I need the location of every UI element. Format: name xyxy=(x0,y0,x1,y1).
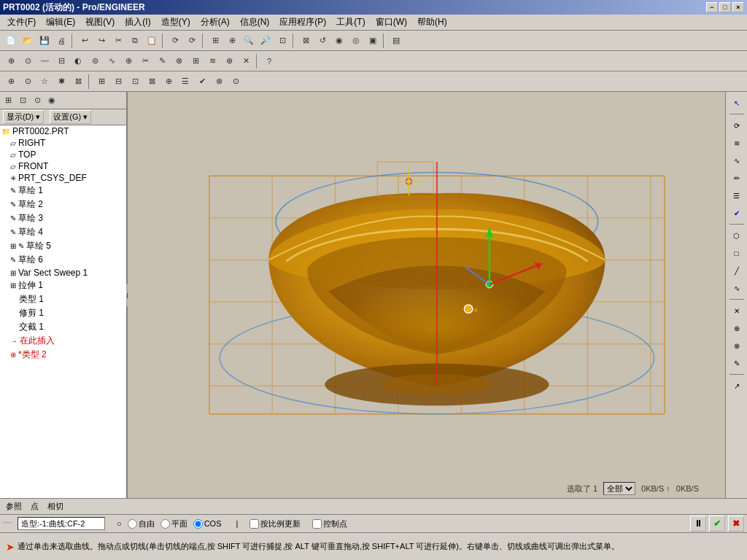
settings-dropdown[interactable]: 设置(G) ▾ xyxy=(50,110,91,124)
zoom-fit-btn[interactable]: ⊡ xyxy=(274,33,290,49)
style11-btn[interactable]: ⊗ xyxy=(171,53,187,69)
close-button[interactable]: × xyxy=(732,2,744,12)
style9-btn[interactable]: ✂ xyxy=(137,53,153,69)
undo-btn[interactable]: ↩ xyxy=(77,33,93,49)
model-tree[interactable]: 📁 PRT0002.PRT ▱ RIGHT ▱ TOP ▱ FRONT xyxy=(0,125,126,498)
hidden-btn[interactable]: ▣ xyxy=(365,33,381,49)
tree-item-type1[interactable]: 类型 1 xyxy=(0,292,126,306)
snap-btn[interactable]: ⊕ xyxy=(3,74,19,90)
view1-btn[interactable]: ⊞ xyxy=(207,33,223,49)
view2-btn[interactable]: ⊕ xyxy=(224,33,240,49)
menu-window[interactable]: 窗口(W) xyxy=(371,15,411,30)
style14-btn[interactable]: ⊕ xyxy=(221,53,237,69)
style4-btn[interactable]: ⊟ xyxy=(53,53,69,69)
menu-right-btn[interactable]: ☰ xyxy=(728,187,746,203)
snap3-btn[interactable]: ☆ xyxy=(36,74,53,90)
panel-icons3-btn[interactable]: ⊙ xyxy=(31,94,44,107)
style1-btn[interactable]: ⊕ xyxy=(3,53,19,69)
menu-tools[interactable]: 工具(T) xyxy=(332,15,369,30)
menu-apps[interactable]: 应用程序(P) xyxy=(275,15,330,30)
display7-btn[interactable]: ✔ xyxy=(194,74,210,90)
display2-btn[interactable]: ⊟ xyxy=(110,74,126,90)
menu-edit[interactable]: 编辑(E) xyxy=(42,15,80,30)
wire-btn[interactable]: ◎ xyxy=(348,33,364,49)
panel-icons4-btn[interactable]: ◉ xyxy=(45,94,58,107)
delpoint-btn[interactable]: ⊗ xyxy=(728,338,746,354)
tree-item-front[interactable]: ▱ FRONT xyxy=(0,160,126,172)
style10-btn[interactable]: ✎ xyxy=(154,53,170,69)
line-btn[interactable]: ╱ xyxy=(728,262,746,279)
panel-icons-btn[interactable]: ⊞ xyxy=(1,94,15,107)
display9-btn[interactable]: ⊙ xyxy=(228,74,244,90)
style12-btn[interactable]: ⊞ xyxy=(187,53,204,69)
tree-item-sketch2[interactable]: ✎ 草绘 2 xyxy=(0,198,126,211)
select-tool-btn[interactable]: ↖ xyxy=(728,95,746,111)
snap5-btn[interactable]: ⊠ xyxy=(70,74,86,90)
tree-root[interactable]: 📁 PRT0002.PRT xyxy=(0,125,126,137)
viewport[interactable]: × 选取了 1 全部 0KB/S ↑ 0KB/S xyxy=(128,92,725,498)
style3-btn[interactable]: 〰 xyxy=(36,53,53,69)
menu-info[interactable]: 信息(N) xyxy=(236,15,274,30)
paste-btn[interactable]: 📋 xyxy=(144,33,160,49)
radio-plane[interactable]: 平面 xyxy=(160,518,187,529)
tree-item-type2[interactable]: ⊕ *类型 2 xyxy=(0,348,126,362)
zoom-in-btn[interactable]: 🔍 xyxy=(241,33,257,49)
menu-view[interactable]: 视图(V) xyxy=(81,15,119,30)
snap4-btn[interactable]: ✱ xyxy=(53,74,69,90)
open-btn[interactable]: 📂 xyxy=(20,33,36,49)
tree-item-csys[interactable]: ✳ PRT_CSYS_DEF xyxy=(0,172,126,184)
tree-item-right[interactable]: ▱ RIGHT xyxy=(0,137,126,149)
cut-btn[interactable]: ✂ xyxy=(110,33,126,49)
display4-btn[interactable]: ⊠ xyxy=(144,74,160,90)
print-btn[interactable]: 🖨 xyxy=(53,33,69,49)
zoom-out-btn[interactable]: 🔎 xyxy=(258,33,274,49)
menu-help[interactable]: 帮助(H) xyxy=(413,15,452,30)
spin-btn[interactable]: ↺ xyxy=(314,33,330,49)
tree-item-sketch5[interactable]: ⊞ ✎ 草绘 5 xyxy=(0,239,126,253)
tree-item-sketch1[interactable]: ✎ 草绘 1 xyxy=(0,184,126,198)
shaded-btn[interactable]: ◉ xyxy=(331,33,347,49)
menu-model[interactable]: 造型(Y) xyxy=(157,15,195,30)
repaint-btn[interactable]: ⟳ xyxy=(728,117,746,133)
check-control[interactable]: 控制点 xyxy=(312,518,347,529)
edit-btn[interactable]: ✏ xyxy=(728,170,746,186)
menu-analysis[interactable]: 分析(A) xyxy=(196,15,234,30)
menu-insert[interactable]: 插入(I) xyxy=(120,15,155,30)
style13-btn[interactable]: ≋ xyxy=(204,53,220,69)
help-btn[interactable]: ? xyxy=(261,53,277,69)
panel-icons2-btn[interactable]: ⊡ xyxy=(16,94,29,107)
copy-btn[interactable]: ⧉ xyxy=(127,33,143,49)
regen2-btn[interactable]: ⟳ xyxy=(184,33,200,49)
tree-item-top[interactable]: ▱ TOP xyxy=(0,149,126,160)
tree-item-sketch3[interactable]: ✎ 草绘 3 xyxy=(0,211,126,225)
refit-btn[interactable]: ⊠ xyxy=(298,33,314,49)
tree-item-intersect1[interactable]: 交截 1 xyxy=(0,320,126,334)
tree-item-insert-here[interactable]: → 在此插入 xyxy=(0,334,126,348)
snap2-btn[interactable]: ⊙ xyxy=(20,74,36,90)
tree-item-varsect[interactable]: ⊞ Var Sect Sweep 1 xyxy=(0,267,126,279)
check-proportional[interactable]: 按比例更新 xyxy=(249,518,301,529)
redo-btn[interactable]: ↪ xyxy=(93,33,109,49)
sketch-right-btn[interactable]: ✎ xyxy=(728,355,746,371)
rect-btn[interactable]: □ xyxy=(728,245,746,261)
tree-item-sketch6[interactable]: ✎ 草绘 6 xyxy=(0,253,126,267)
tree-item-trim1[interactable]: 修剪 1 xyxy=(0,306,126,320)
maximize-button[interactable]: □ xyxy=(719,2,731,12)
save-btn[interactable]: 💾 xyxy=(36,33,53,49)
radio-cos[interactable]: COS xyxy=(193,519,222,529)
style7-btn[interactable]: ∿ xyxy=(104,53,120,69)
regen-btn[interactable]: ⟳ xyxy=(167,33,183,49)
ok-right-btn[interactable]: ✔ xyxy=(728,205,746,221)
refit-right-btn[interactable]: ≋ xyxy=(728,135,746,151)
pause-button[interactable]: ⏸ xyxy=(690,516,706,532)
cancel-button[interactable]: ✖ xyxy=(728,516,744,532)
tree-item-extrude1[interactable]: ⊞ 拉伸 1 xyxy=(0,279,126,292)
polygon-btn[interactable]: ⬡ xyxy=(728,228,746,244)
tree-item-sketch4[interactable]: ✎ 草绘 4 xyxy=(0,225,126,239)
style8-btn[interactable]: ⊕ xyxy=(120,53,136,69)
addpoint-btn[interactable]: ⊕ xyxy=(728,320,746,336)
ok-button[interactable]: ✔ xyxy=(709,516,725,532)
radio-free[interactable]: 自由 xyxy=(128,518,155,529)
wave-btn[interactable]: ∿ xyxy=(728,280,746,296)
display1-btn[interactable]: ⊞ xyxy=(93,74,109,90)
